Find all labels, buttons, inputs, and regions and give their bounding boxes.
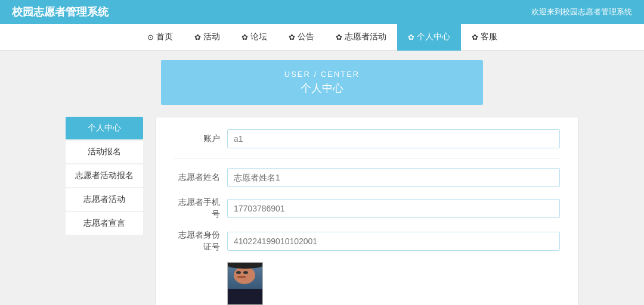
- divider-1: [174, 158, 560, 158]
- nav-volunteer-activity[interactable]: ✿ 志愿者活动: [325, 24, 397, 51]
- phone-label: 志愿者手机号: [174, 197, 227, 220]
- main-layout: 个人中心 活动报名 志愿者活动报名 志愿者活动 志愿者宣言 账户 志愿者姓名 志…: [54, 111, 590, 305]
- name-label: 志愿者姓名: [174, 172, 227, 183]
- sidebar-item-volunteer-declaration[interactable]: 志愿者宣言: [66, 212, 143, 235]
- nav-home-label: 首页: [156, 32, 173, 42]
- sidebar-item-activity-signup[interactable]: 活动报名: [66, 141, 143, 163]
- banner-main: 个人中心: [161, 81, 483, 95]
- phone-input[interactable]: [227, 199, 560, 218]
- nav-activity-label: 活动: [203, 32, 220, 42]
- nav-notice-label: 公告: [298, 32, 314, 42]
- id-row: 志愿者身份证号: [174, 229, 560, 253]
- avatar-row: ⬆ 上传志愿者头像: [174, 262, 560, 305]
- nav-volunteer-activity-label: 志愿者活动: [345, 32, 386, 42]
- avatar-area: ⬆ 上传志愿者头像: [227, 262, 308, 305]
- phone-row: 志愿者手机号: [174, 197, 560, 220]
- nav-personal-center-label: 个人中心: [417, 32, 450, 42]
- account-label: 账户: [174, 133, 227, 145]
- sidebar-item-personal-center[interactable]: 个人中心: [66, 117, 143, 139]
- name-row: 志愿者姓名: [174, 168, 560, 187]
- avatar: [227, 262, 263, 305]
- volunteer-activity-icon: ✿: [336, 33, 342, 42]
- forum-icon: ✿: [242, 33, 248, 42]
- id-label: 志愿者身份证号: [174, 229, 227, 253]
- nav-service[interactable]: ✿ 客服: [461, 24, 508, 51]
- activity-icon: ✿: [194, 33, 201, 42]
- nav-personal-center[interactable]: ✿ 个人中心: [397, 24, 461, 51]
- id-input[interactable]: [227, 232, 560, 251]
- banner: USER / CENTER 个人中心: [161, 60, 483, 105]
- navigation: ⊙ 首页 ✿ 活动 ✿ 论坛 ✿ 公告 ✿ 志愿者活动 ✿ 个人中心 ✿ 客服: [0, 24, 644, 51]
- nav-notice[interactable]: ✿ 公告: [278, 24, 325, 51]
- site-title: 校园志愿者管理系统: [12, 5, 109, 19]
- welcome-text: 欢迎来到校园志愿者管理系统: [531, 7, 632, 17]
- home-icon: ⊙: [147, 33, 154, 42]
- nav-service-label: 客服: [481, 32, 497, 42]
- banner-wrap: USER / CENTER 个人中心: [0, 51, 644, 111]
- service-icon: ✿: [472, 33, 478, 42]
- account-row: 账户: [174, 129, 560, 148]
- sidebar-item-volunteer-activity[interactable]: 志愿者活动: [66, 188, 143, 211]
- notice-icon: ✿: [289, 33, 295, 42]
- nav-home[interactable]: ⊙ 首页: [137, 24, 184, 51]
- form-area: 账户 志愿者姓名 志愿者手机号 志愿者身份证号: [155, 117, 578, 305]
- banner-sub: USER / CENTER: [161, 70, 483, 79]
- nav-forum[interactable]: ✿ 论坛: [231, 24, 278, 51]
- name-input[interactable]: [227, 168, 560, 187]
- personal-center-icon: ✿: [408, 33, 414, 42]
- header: 校园志愿者管理系统 欢迎来到校园志愿者管理系统: [0, 0, 644, 24]
- sidebar: 个人中心 活动报名 志愿者活动报名 志愿者活动 志愿者宣言: [66, 117, 143, 305]
- account-input[interactable]: [227, 129, 560, 148]
- sidebar-item-volunteer-signup[interactable]: 志愿者活动报名: [66, 164, 143, 187]
- nav-activity[interactable]: ✿ 活动: [184, 24, 231, 51]
- nav-forum-label: 论坛: [250, 32, 267, 42]
